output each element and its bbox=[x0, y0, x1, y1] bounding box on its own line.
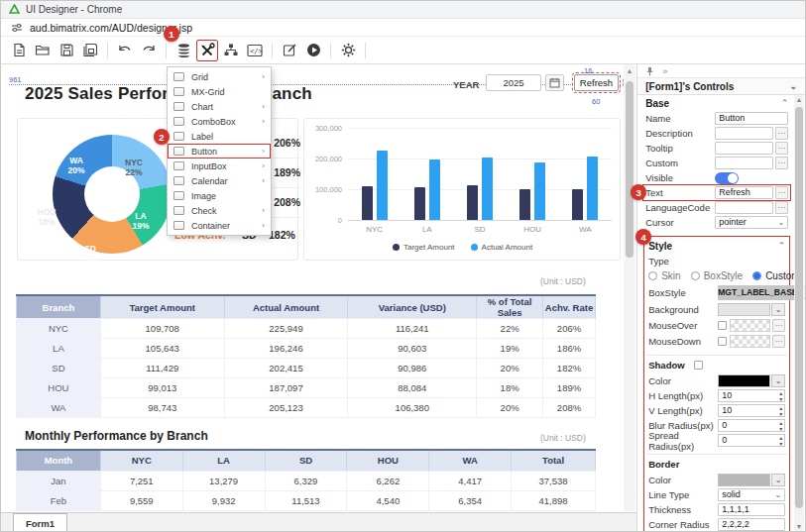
ellipsis-button[interactable]: ··· bbox=[772, 319, 785, 332]
panel-scroll-up-arrow[interactable]: ▲ bbox=[795, 96, 803, 103]
ellipsis-button[interactable]: ··· bbox=[772, 335, 785, 348]
undo-button[interactable] bbox=[114, 40, 136, 61]
design-canvas[interactable]: 961 2025 Sales Performance by Branch YEA… bbox=[1, 64, 637, 532]
menu-item-label[interactable]: Label bbox=[168, 129, 271, 144]
radio-option-custom[interactable]: Custom bbox=[752, 270, 799, 281]
table-row: Feb9,5599,93211,5134,5406,35441,898 bbox=[17, 490, 596, 510]
panel-scrollbar-thumb[interactable] bbox=[795, 107, 803, 508]
panel-scroll-down-arrow[interactable]: ▼ bbox=[795, 523, 803, 530]
radio-option-skin[interactable]: Skin bbox=[648, 270, 680, 281]
ellipsis-button[interactable]: ··· bbox=[775, 127, 788, 140]
save-all-button[interactable] bbox=[79, 40, 101, 61]
property-input-tooltip[interactable] bbox=[715, 142, 773, 155]
menu-item-chart[interactable]: Chart› bbox=[168, 99, 271, 114]
menu-item-calendar[interactable]: Calendar› bbox=[168, 173, 271, 188]
property-row-tooltip: Tooltip··· bbox=[643, 141, 790, 156]
color-swatch[interactable] bbox=[718, 474, 770, 486]
source-view-button[interactable]: </> bbox=[244, 40, 266, 61]
menu-item-grid[interactable]: Grid› bbox=[168, 69, 271, 84]
ellipsis-button[interactable]: ··· bbox=[775, 186, 788, 199]
property-input-languagecode[interactable] bbox=[715, 201, 773, 214]
property-input-text[interactable]: Refresh bbox=[715, 186, 773, 199]
run-button[interactable] bbox=[302, 40, 324, 61]
refresh-button[interactable]: Refresh bbox=[574, 74, 619, 91]
spinner-input[interactable]: 0▴▾ bbox=[718, 419, 785, 432]
property-input-description[interactable] bbox=[715, 127, 773, 140]
table-cell: 116,241 bbox=[348, 319, 477, 339]
spinner-arrows-icon[interactable]: ▴▾ bbox=[779, 390, 782, 402]
panel-scrollbar[interactable]: ▲ ▼ bbox=[794, 95, 804, 532]
edit-button[interactable] bbox=[279, 40, 300, 61]
property-input-custom[interactable] bbox=[715, 157, 773, 169]
boxstyle-value[interactable]: MGT_LABEL_BASE bbox=[718, 285, 797, 300]
chevron-up-icon[interactable]: ⌃ bbox=[781, 98, 789, 108]
checkbox-icon[interactable] bbox=[718, 321, 727, 330]
redo-button[interactable] bbox=[138, 40, 160, 61]
spinner-arrows-icon[interactable]: ▴▾ bbox=[779, 405, 782, 417]
menu-item-label: Calendar bbox=[191, 176, 228, 186]
dataset-button[interactable] bbox=[173, 40, 194, 61]
checkbox-icon[interactable] bbox=[718, 337, 727, 346]
chart-gridline bbox=[348, 220, 612, 221]
radio-icon[interactable] bbox=[752, 271, 761, 280]
ellipsis-button[interactable]: ··· bbox=[775, 142, 788, 155]
ellipsis-button[interactable]: ··· bbox=[775, 157, 788, 169]
spinner-input[interactable]: 10▴▾ bbox=[718, 404, 785, 417]
color-swatch[interactable] bbox=[718, 303, 770, 316]
hierarchy-button[interactable] bbox=[220, 40, 242, 61]
menu-item-container[interactable]: Container› bbox=[168, 218, 271, 233]
spinner-arrows-icon[interactable]: ▴▾ bbox=[779, 435, 782, 447]
year-input[interactable]: 2025 bbox=[486, 74, 541, 91]
new-file-button[interactable] bbox=[8, 40, 30, 61]
spinner-input[interactable]: 10▴▾ bbox=[718, 389, 785, 402]
components-button[interactable] bbox=[196, 40, 218, 61]
property-input-name[interactable]: Button bbox=[715, 112, 788, 125]
column-header: WA bbox=[429, 450, 512, 471]
collapse-panel-icon[interactable]: » bbox=[662, 66, 667, 76]
toggle-knob bbox=[728, 173, 738, 183]
chevron-down-icon[interactable]: ⌄ bbox=[771, 303, 785, 316]
settings-button[interactable] bbox=[337, 40, 359, 61]
menu-item-check[interactable]: Check› bbox=[168, 203, 271, 218]
unit-note-monthly: (Unit : USD) bbox=[540, 433, 586, 443]
design-scrollbar-thumb[interactable] bbox=[626, 81, 633, 258]
transparent-color-swatch[interactable] bbox=[730, 335, 770, 348]
transparent-color-swatch[interactable] bbox=[730, 319, 770, 332]
table-cell: 6,262 bbox=[347, 471, 429, 490]
chevron-down-icon[interactable]: ⌄ bbox=[789, 81, 797, 91]
chevron-up-icon[interactable]: ⌃ bbox=[778, 241, 786, 251]
scroll-up-arrow[interactable]: ▲ bbox=[626, 67, 633, 74]
radio-icon[interactable] bbox=[648, 271, 657, 280]
spinner-input[interactable]: 0▴▾ bbox=[718, 434, 785, 447]
menu-item-combobox[interactable]: ComboBox› bbox=[168, 114, 271, 129]
form-tab-form1[interactable]: Form1 bbox=[13, 513, 67, 532]
design-scrollbar[interactable]: ▲ bbox=[624, 64, 635, 511]
menu-item-inputbox[interactable]: InputBox› bbox=[168, 159, 271, 173]
menu-item-button[interactable]: Button› bbox=[168, 144, 271, 159]
section-header-base[interactable]: Base⌃ bbox=[643, 95, 790, 111]
ellipsis-button[interactable]: ··· bbox=[775, 201, 788, 214]
radio-icon[interactable] bbox=[691, 271, 700, 280]
menu-item-image[interactable]: Image bbox=[168, 188, 271, 203]
menu-item-mx-grid[interactable]: MX-Grid bbox=[168, 84, 271, 99]
checkbox-icon[interactable] bbox=[694, 361, 703, 370]
chevron-down-icon[interactable]: ⌄ bbox=[771, 374, 785, 387]
pin-icon[interactable] bbox=[645, 66, 654, 76]
site-info-icon[interactable] bbox=[11, 22, 23, 34]
open-button[interactable] bbox=[32, 40, 54, 61]
address-bar[interactable]: aud.bimatrix.com/AUD/designer.jsp bbox=[1, 19, 805, 37]
property-select-linetype[interactable]: solid⌄ bbox=[718, 488, 785, 501]
property-select-cursor[interactable]: pointer⌄ bbox=[715, 216, 788, 229]
section-header-style[interactable]: Style⌃ bbox=[646, 238, 787, 254]
chevron-down-icon[interactable]: ⌄ bbox=[771, 474, 785, 486]
panel-header[interactable]: [Form1]'s Controls ⌄ bbox=[637, 78, 805, 95]
visible-toggle[interactable] bbox=[715, 172, 739, 184]
property-input-thickness[interactable]: 1,1,1,1 bbox=[718, 503, 785, 516]
radio-option-boxstyle[interactable]: BoxStyle bbox=[691, 270, 743, 281]
property-input-cornerradius[interactable]: 2,2,2,2 bbox=[718, 518, 785, 531]
color-swatch[interactable] bbox=[718, 374, 770, 387]
calendar-picker-button[interactable] bbox=[545, 74, 564, 91]
spinner-arrows-icon[interactable]: ▴▾ bbox=[779, 420, 782, 432]
save-button[interactable] bbox=[56, 40, 77, 61]
x-axis-label-la: LA bbox=[407, 225, 447, 234]
